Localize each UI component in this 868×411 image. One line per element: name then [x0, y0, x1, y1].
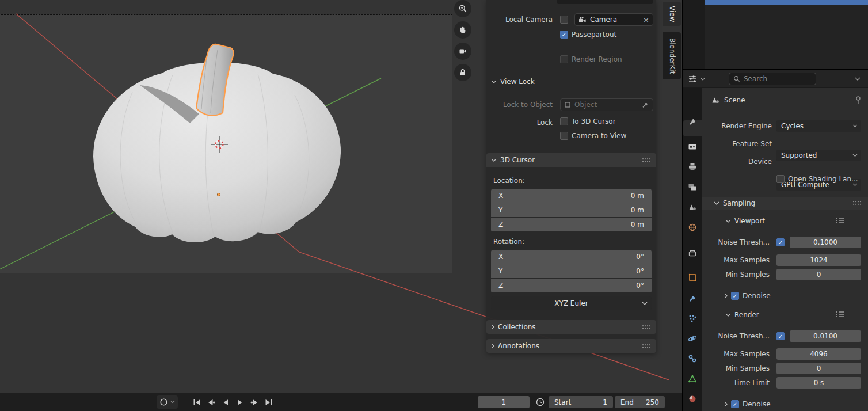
auto-keying-group: [157, 395, 178, 409]
chevron-right-icon: [491, 343, 494, 349]
camera-field-value: Camera: [590, 16, 639, 24]
search-input[interactable]: Search: [729, 73, 816, 85]
passepartout-row[interactable]: ✓ Passepartout: [560, 31, 616, 39]
timeline[interactable]: 1 Start 1 End 250: [0, 393, 682, 411]
camera-view-icon[interactable]: [454, 43, 471, 60]
lock-to-object-field[interactable]: Object: [560, 98, 653, 111]
viewport-subpanel-title: Viewport: [734, 217, 765, 225]
vp-denoise-row[interactable]: ✓ Denoise: [724, 292, 771, 300]
eyedropper-icon[interactable]: [641, 101, 649, 109]
render-engine-dropdown[interactable]: Cycles: [776, 120, 861, 132]
outliner-area[interactable]: [683, 0, 868, 69]
sampling-render-header[interactable]: Render: [725, 311, 759, 319]
pin-icon[interactable]: [854, 96, 862, 104]
object-icon: [564, 101, 571, 108]
scene-breadcrumb-icon: [711, 96, 720, 105]
outliner-selected-row[interactable]: [705, 0, 868, 5]
start-label: Start: [554, 398, 571, 406]
r-denoise-row[interactable]: ✓ Denoise: [724, 400, 771, 408]
render-engine-value: Cycles: [781, 122, 804, 130]
drag-grip-icon[interactable]: [642, 325, 652, 330]
rotation-label: Rotation:: [493, 238, 524, 246]
osl-checkbox[interactable]: [776, 175, 785, 183]
preset-list-icon[interactable]: [836, 311, 845, 318]
rotation-x-field[interactable]: X0°: [491, 250, 652, 264]
location-y-field[interactable]: Y0 m: [491, 203, 652, 217]
view-lock-header[interactable]: View Lock: [491, 78, 535, 86]
axis-value: 0°: [636, 281, 644, 290]
end-label: End: [620, 398, 634, 406]
local-camera-field[interactable]: Camera ×: [574, 13, 653, 26]
r-max-samples-field[interactable]: 4096: [776, 348, 861, 360]
vp-noise-threshold-field[interactable]: 0.1000: [790, 237, 861, 248]
to-3d-cursor-checkbox[interactable]: [560, 117, 568, 125]
r-noise-threshold-field[interactable]: 0.0100: [790, 330, 861, 342]
sidebar-tab-view[interactable]: View: [663, 2, 681, 26]
play-button[interactable]: [233, 395, 247, 409]
current-frame-field[interactable]: 1: [478, 396, 530, 408]
start-frame-field[interactable]: Start 1: [549, 396, 613, 408]
vp-min-samples-field[interactable]: 0: [776, 269, 861, 280]
sampling-header[interactable]: Sampling: [714, 199, 755, 207]
rotation-y-field[interactable]: Y0°: [491, 264, 652, 278]
annotations-panel-header[interactable]: Annotations: [486, 339, 656, 353]
preset-list-icon[interactable]: [836, 217, 845, 224]
to-3d-cursor-row[interactable]: To 3D Cursor: [560, 117, 616, 125]
clock-icon[interactable]: [535, 397, 545, 407]
tab-material-icon[interactable]: [688, 394, 697, 404]
tab-scene-icon[interactable]: [688, 203, 697, 212]
tab-view-layer-icon[interactable]: [688, 182, 697, 192]
render-region-checkbox[interactable]: [560, 55, 568, 63]
camera-to-view-checkbox[interactable]: [560, 132, 568, 140]
collections-panel-header[interactable]: Collections: [486, 320, 656, 334]
search-placeholder: Search: [744, 75, 767, 83]
axis-value: 0°: [636, 267, 644, 275]
vp-noise-threshold-checkbox[interactable]: ✓: [776, 238, 785, 246]
rotation-z-field[interactable]: Z0°: [491, 279, 652, 292]
jump-to-end-button[interactable]: [262, 395, 276, 409]
vp-max-samples-label: Max Samples: [683, 256, 770, 264]
local-camera-checkbox[interactable]: [560, 16, 568, 24]
sidebar-tab-blenderkit[interactable]: BlenderKit: [663, 32, 681, 79]
location-z-field[interactable]: Z0 m: [491, 218, 652, 231]
chevron-down-icon[interactable]: [170, 401, 175, 404]
header-chevron-down-icon[interactable]: [855, 77, 861, 81]
render-region-row[interactable]: Render Region: [560, 55, 622, 63]
drag-grip-icon[interactable]: [642, 158, 652, 163]
location-x-field[interactable]: X0 m: [491, 189, 652, 203]
close-icon[interactable]: ×: [643, 16, 649, 24]
jump-to-start-button[interactable]: [190, 395, 204, 409]
r-noise-threshold-label: Noise Thresh...: [683, 332, 770, 340]
vp-denoise-checkbox[interactable]: ✓: [731, 292, 739, 300]
auto-keying-record-icon[interactable]: [159, 398, 168, 406]
zoom-icon[interactable]: [454, 0, 471, 17]
r-min-samples-field[interactable]: 0: [776, 363, 861, 374]
vp-max-samples-field[interactable]: 1024: [776, 254, 861, 266]
play-reverse-button[interactable]: [219, 395, 233, 409]
end-frame-field[interactable]: End 250: [615, 396, 665, 408]
drag-grip-icon[interactable]: [642, 344, 652, 349]
tab-world-icon[interactable]: [688, 223, 697, 232]
camera-to-view-row[interactable]: Camera to View: [560, 132, 626, 140]
lock-icon[interactable]: [454, 64, 471, 81]
r-max-samples-label: Max Samples: [683, 350, 770, 358]
osl-row[interactable]: Open Shading Lan...: [776, 175, 858, 183]
cursor-panel-header[interactable]: 3D Cursor: [486, 153, 656, 167]
tab-modifiers-icon[interactable]: [688, 294, 697, 303]
drag-grip-icon[interactable]: [852, 200, 862, 205]
time-limit-field[interactable]: 0 s: [776, 377, 861, 389]
passepartout-checkbox[interactable]: ✓: [560, 31, 568, 39]
pan-hand-icon[interactable]: [454, 21, 471, 39]
r-denoise-checkbox[interactable]: ✓: [731, 400, 739, 408]
device-label: Device: [683, 158, 772, 166]
breadcrumb[interactable]: Scene: [724, 96, 745, 104]
rotation-mode-dropdown[interactable]: XYZ Euler: [491, 296, 652, 310]
tab-particles-icon[interactable]: [688, 314, 697, 323]
r-noise-threshold-checkbox[interactable]: ✓: [776, 332, 785, 340]
sampling-viewport-header[interactable]: Viewport: [725, 217, 765, 225]
vp-max-samples-value: 1024: [810, 256, 828, 264]
next-keyframe-button[interactable]: [248, 395, 261, 409]
feature-set-dropdown[interactable]: Supported: [776, 150, 861, 161]
prev-keyframe-button[interactable]: [204, 395, 218, 409]
editor-type-button[interactable]: [688, 73, 705, 85]
